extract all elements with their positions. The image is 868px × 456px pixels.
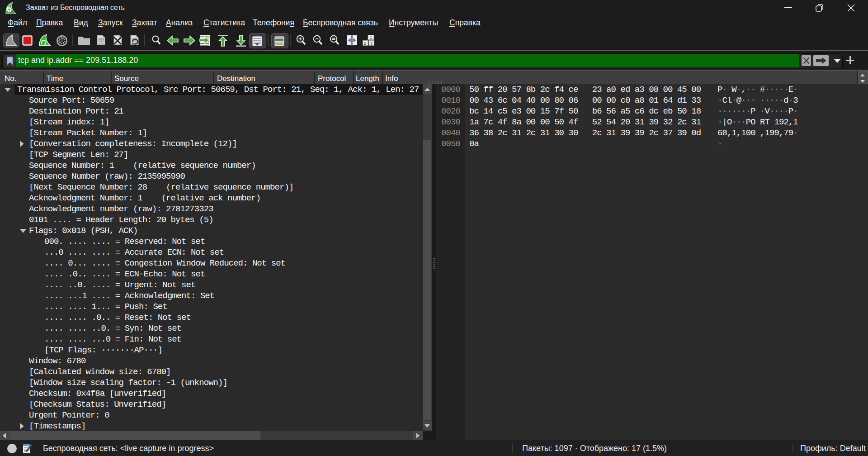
svg-text:0101: 0101 [98, 43, 104, 45]
svg-text:2: 2 [364, 41, 366, 46]
svg-text:1: 1 [370, 35, 372, 40]
svg-text:3: 3 [370, 41, 373, 46]
